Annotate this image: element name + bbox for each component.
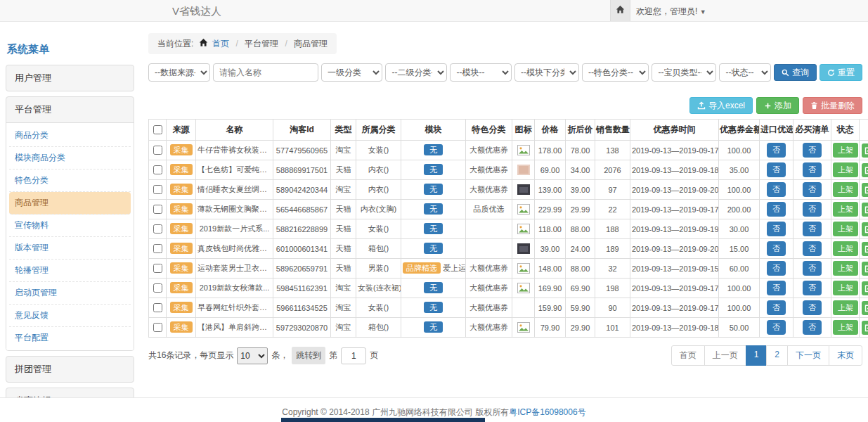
sidebar-subitem-特色分类[interactable]: 特色分类 bbox=[9, 170, 131, 192]
must-buy-toggle[interactable]: 否 bbox=[803, 300, 822, 315]
must-buy-toggle[interactable]: 否 bbox=[803, 222, 822, 236]
filter-select[interactable]: --特色分类-- bbox=[582, 63, 649, 82]
status-badge[interactable]: 上架 bbox=[833, 162, 858, 177]
pager-首页[interactable]: 首页 bbox=[671, 345, 705, 366]
status-badge[interactable]: 上架 bbox=[833, 241, 858, 256]
page-number-input[interactable] bbox=[341, 347, 366, 364]
edit-button[interactable] bbox=[862, 281, 868, 295]
edit-button[interactable] bbox=[862, 262, 868, 276]
imported-toggle[interactable]: 否 bbox=[767, 202, 786, 217]
sidebar-item-用户管理[interactable]: 用户管理 bbox=[6, 65, 134, 91]
pager-上一页[interactable]: 上一页 bbox=[704, 345, 746, 366]
row-checkbox[interactable] bbox=[153, 303, 162, 312]
pagination-left: 共16条记录，每页显示 10 条， 跳转到 第 页 bbox=[148, 347, 378, 364]
status-badge[interactable]: 上架 bbox=[833, 320, 858, 335]
edit-button[interactable] bbox=[862, 222, 868, 236]
row-checkbox[interactable] bbox=[153, 323, 162, 332]
imported-toggle[interactable]: 否 bbox=[767, 182, 786, 197]
sidebar-subitem-轮播管理[interactable]: 轮播管理 bbox=[9, 260, 131, 282]
edit-button[interactable] bbox=[862, 321, 868, 335]
row-checkbox[interactable] bbox=[153, 244, 162, 253]
search-button[interactable]: 查询 bbox=[774, 64, 817, 81]
filter-select[interactable]: --数据来源-- bbox=[148, 63, 210, 82]
status-badge[interactable]: 上架 bbox=[833, 222, 858, 236]
home-button[interactable] bbox=[610, 0, 630, 21]
row-checkbox[interactable] bbox=[153, 264, 162, 273]
sidebar-item-平台管理[interactable]: 平台管理 bbox=[6, 97, 134, 122]
imported-toggle[interactable]: 否 bbox=[767, 143, 786, 158]
status-badge[interactable]: 上架 bbox=[833, 182, 858, 197]
sidebar-subitem-宣传物料[interactable]: 宣传物料 bbox=[9, 215, 131, 237]
sidebar-subitem-商品管理[interactable]: 商品管理 bbox=[9, 192, 131, 215]
filter-select[interactable]: --状态-- bbox=[719, 63, 771, 82]
imported-toggle[interactable]: 否 bbox=[767, 320, 786, 335]
status-badge[interactable]: 上架 bbox=[833, 261, 858, 276]
user-dropdown[interactable]: 欢迎您，管理员! ▼ bbox=[636, 6, 706, 18]
batch-delete-button[interactable]: 批量删除 bbox=[803, 97, 862, 114]
must-buy-toggle[interactable]: 否 bbox=[803, 261, 822, 276]
jump-button[interactable]: 跳转到 bbox=[292, 347, 325, 364]
pager-1[interactable]: 1 bbox=[746, 345, 767, 366]
imported-toggle[interactable]: 否 bbox=[767, 281, 786, 295]
row-checkbox[interactable] bbox=[153, 224, 162, 234]
add-button[interactable]: 添加 bbox=[756, 97, 799, 114]
icp-link[interactable]: 粤ICP备16098006号 bbox=[509, 407, 585, 417]
pager-下一页[interactable]: 下一页 bbox=[787, 345, 829, 366]
imported-toggle[interactable]: 否 bbox=[767, 162, 786, 177]
imported-toggle[interactable]: 否 bbox=[767, 261, 786, 276]
sidebar-subitem-平台配置[interactable]: 平台配置 bbox=[9, 327, 131, 349]
edit-button[interactable] bbox=[862, 301, 868, 315]
imported-toggle[interactable]: 否 bbox=[767, 300, 786, 315]
filter-select[interactable]: --二级分类-- bbox=[385, 63, 447, 82]
sidebar-subitem-模块商品分类[interactable]: 模块商品分类 bbox=[9, 147, 131, 170]
sales-count: 188 bbox=[595, 219, 630, 239]
filter-select[interactable]: --模块-- bbox=[450, 63, 511, 82]
sidebar-subitem-意见反馈[interactable]: 意见反馈 bbox=[9, 305, 131, 327]
must-buy-toggle[interactable]: 否 bbox=[803, 162, 822, 177]
column-header-所属分类: 所属分类 bbox=[356, 120, 401, 141]
must-buy-toggle[interactable]: 否 bbox=[803, 202, 822, 217]
edit-button[interactable] bbox=[862, 163, 868, 177]
must-buy-toggle[interactable]: 否 bbox=[803, 182, 822, 197]
module-cell: 无 bbox=[401, 298, 466, 318]
edit-button[interactable] bbox=[862, 143, 868, 158]
must-buy-toggle[interactable]: 否 bbox=[803, 281, 822, 295]
sidebar-item-省惠快报[interactable]: 省惠快报 bbox=[6, 388, 134, 397]
sidebar-item-拼团管理[interactable]: 拼团管理 bbox=[6, 357, 134, 382]
row-checkbox[interactable] bbox=[153, 165, 162, 174]
status-badge[interactable]: 上架 bbox=[833, 202, 858, 217]
row-checkbox[interactable] bbox=[153, 205, 162, 214]
reset-button[interactable]: 重置 bbox=[820, 64, 862, 81]
filter-select[interactable]: --模块下分类-- bbox=[514, 63, 579, 82]
status-badge[interactable]: 上架 bbox=[833, 281, 858, 295]
pager-2[interactable]: 2 bbox=[766, 345, 788, 366]
per-page-select[interactable]: 10 bbox=[237, 347, 268, 364]
edit-button[interactable] bbox=[862, 203, 868, 217]
pager-末页[interactable]: 末页 bbox=[829, 345, 862, 366]
must-buy-toggle[interactable]: 否 bbox=[803, 143, 822, 158]
row-checkbox[interactable] bbox=[153, 146, 162, 155]
edit-button[interactable] bbox=[862, 242, 868, 256]
breadcrumb-home-link[interactable]: 首页 bbox=[212, 39, 229, 49]
imported-toggle[interactable]: 否 bbox=[767, 222, 786, 236]
discount-price: 88.00 bbox=[566, 259, 595, 279]
sidebar-subitem-版本管理[interactable]: 版本管理 bbox=[9, 237, 131, 260]
status-badge[interactable]: 上架 bbox=[833, 143, 858, 158]
status-badge[interactable]: 上架 bbox=[833, 300, 858, 315]
select-all-checkbox[interactable] bbox=[153, 125, 162, 134]
import-excel-button[interactable]: 导入excel bbox=[689, 97, 753, 114]
operations-cell bbox=[860, 298, 868, 318]
name-search-input[interactable] bbox=[213, 63, 318, 82]
source-badge: 采集 bbox=[170, 282, 193, 293]
row-checkbox[interactable] bbox=[153, 283, 162, 293]
filter-select[interactable]: --宝贝类型-- bbox=[652, 63, 716, 82]
row-checkbox[interactable] bbox=[153, 185, 162, 194]
sidebar-subitem-启动页管理[interactable]: 启动页管理 bbox=[9, 282, 131, 305]
edit-button[interactable] bbox=[862, 183, 868, 197]
taoke-id: 598451162391 bbox=[273, 279, 331, 298]
must-buy-toggle[interactable]: 否 bbox=[803, 241, 822, 256]
sidebar-subitem-商品分类[interactable]: 商品分类 bbox=[9, 124, 131, 147]
filter-select[interactable]: 一级分类 bbox=[321, 63, 382, 82]
imported-toggle[interactable]: 否 bbox=[767, 241, 786, 256]
must-buy-toggle[interactable]: 否 bbox=[803, 320, 822, 335]
